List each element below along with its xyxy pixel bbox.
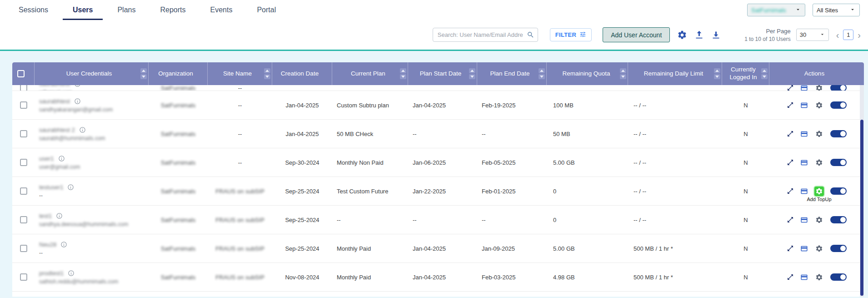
plan-card-icon[interactable] xyxy=(800,187,808,195)
plan-card-icon[interactable] xyxy=(800,245,808,253)
tab-portal[interactable]: Portal xyxy=(244,0,288,20)
settings-icon[interactable]: Add TopUp xyxy=(814,215,824,225)
settings-icon[interactable]: Add TopUp xyxy=(814,158,824,167)
settings-icon[interactable]: Add TopUp xyxy=(814,244,824,253)
settings-icon[interactable]: Add TopUp xyxy=(814,85,824,91)
sort-desc-icon[interactable] xyxy=(620,74,626,79)
expand-icon[interactable] xyxy=(787,273,794,281)
column-header-remaining-quota[interactable]: Remaining Quota xyxy=(547,62,628,85)
scrollbar-thumb[interactable] xyxy=(860,120,863,296)
row-checkbox[interactable] xyxy=(20,245,27,252)
column-header-plan-start-date[interactable]: Plan Start Date xyxy=(408,62,477,85)
column-header-current-plan[interactable]: Current Plan xyxy=(332,62,408,85)
info-icon[interactable] xyxy=(79,126,86,133)
expand-icon[interactable] xyxy=(787,159,794,166)
sort-desc-icon[interactable] xyxy=(140,74,147,79)
plan-card-icon[interactable] xyxy=(800,85,808,91)
row-checkbox[interactable] xyxy=(20,273,27,281)
status-toggle[interactable] xyxy=(830,245,847,252)
plan-card-icon[interactable] xyxy=(800,273,808,281)
sort-asc-icon[interactable] xyxy=(140,68,147,73)
sort-arrows[interactable] xyxy=(469,68,475,79)
expand-icon[interactable] xyxy=(787,101,794,109)
account-dropdown[interactable]: SatFurnimals xyxy=(747,4,805,16)
status-toggle[interactable] xyxy=(830,273,847,281)
sort-asc-icon[interactable] xyxy=(539,68,545,73)
sites-dropdown[interactable]: All Sites xyxy=(813,4,860,16)
row-checkbox[interactable] xyxy=(20,159,27,166)
sort-arrows[interactable] xyxy=(264,68,270,79)
info-icon[interactable] xyxy=(58,155,65,162)
sort-desc-icon[interactable] xyxy=(714,74,720,79)
status-toggle[interactable] xyxy=(830,130,847,137)
settings-icon[interactable]: Add TopUp xyxy=(814,273,824,282)
expand-icon[interactable] xyxy=(787,130,794,137)
sort-asc-icon[interactable] xyxy=(620,68,626,73)
expand-icon[interactable] xyxy=(787,216,794,223)
vertical-scrollbar[interactable] xyxy=(860,85,864,297)
search-input[interactable] xyxy=(433,28,538,42)
settings-icon[interactable]: Add TopUp xyxy=(814,101,824,110)
expand-icon[interactable] xyxy=(787,187,794,195)
next-page-button[interactable]: › xyxy=(858,30,861,40)
tab-users[interactable]: Users xyxy=(60,0,105,20)
info-icon[interactable] xyxy=(67,184,74,191)
row-checkbox[interactable] xyxy=(20,216,27,223)
sort-asc-icon[interactable] xyxy=(264,68,270,73)
sort-asc-icon[interactable] xyxy=(761,68,768,73)
column-header-site-name[interactable]: Site Name xyxy=(208,62,272,85)
sort-arrows[interactable] xyxy=(400,68,406,79)
sort-desc-icon[interactable] xyxy=(400,74,406,79)
column-header-user-credentials[interactable]: User Credentials xyxy=(35,62,149,85)
column-header-organization[interactable]: Organization xyxy=(149,62,208,85)
column-header-plan-end-date[interactable]: Plan End Date xyxy=(477,62,547,85)
sort-desc-icon[interactable] xyxy=(469,74,475,79)
filter-button[interactable]: FILTER xyxy=(550,28,592,41)
plan-card-icon[interactable] xyxy=(800,216,808,224)
row-checkbox[interactable] xyxy=(20,130,27,137)
status-toggle[interactable] xyxy=(830,187,847,195)
tab-sessions[interactable]: Sessions xyxy=(6,0,60,20)
prev-page-button[interactable]: ‹ xyxy=(836,30,839,40)
sort-arrows[interactable] xyxy=(714,68,720,79)
settings-icon[interactable]: Add TopUp xyxy=(814,129,824,139)
sort-arrows[interactable] xyxy=(539,68,545,79)
sort-asc-icon[interactable] xyxy=(714,68,720,73)
column-header-creation-date[interactable]: Creation Date xyxy=(272,62,332,85)
tab-reports[interactable]: Reports xyxy=(148,0,198,20)
settings-icon[interactable]: Add TopUp xyxy=(814,187,824,196)
column-header-remaining-daily-limit[interactable]: Remaining Daily Limit xyxy=(628,62,722,85)
status-toggle[interactable] xyxy=(830,85,847,91)
sort-desc-icon[interactable] xyxy=(761,74,768,79)
sort-desc-icon[interactable] xyxy=(539,74,545,79)
info-icon[interactable] xyxy=(74,85,81,87)
expand-icon[interactable] xyxy=(787,85,794,91)
expand-icon[interactable] xyxy=(787,245,794,252)
info-icon[interactable] xyxy=(74,98,81,105)
select-all-checkbox[interactable] xyxy=(17,70,25,77)
plan-card-icon[interactable] xyxy=(800,101,808,109)
sort-arrows[interactable] xyxy=(620,68,626,79)
row-checkbox[interactable] xyxy=(20,85,27,91)
tab-plans[interactable]: Plans xyxy=(105,0,148,20)
search-icon[interactable] xyxy=(527,31,534,40)
info-icon[interactable] xyxy=(60,241,67,248)
download-icon[interactable] xyxy=(711,30,721,40)
sort-desc-icon[interactable] xyxy=(264,74,270,79)
info-icon[interactable] xyxy=(56,212,63,219)
sort-asc-icon[interactable] xyxy=(469,68,475,73)
per-page-dropdown[interactable]: 30 xyxy=(796,29,829,41)
info-icon[interactable] xyxy=(68,270,75,277)
current-page-number[interactable]: 1 xyxy=(843,30,853,40)
upload-icon[interactable] xyxy=(694,30,704,40)
sort-arrows[interactable] xyxy=(761,68,768,79)
plan-card-icon[interactable] xyxy=(800,130,808,138)
sort-asc-icon[interactable] xyxy=(400,68,406,73)
status-toggle[interactable] xyxy=(830,216,847,223)
row-checkbox[interactable] xyxy=(20,101,27,109)
status-toggle[interactable] xyxy=(830,159,847,166)
row-checkbox[interactable] xyxy=(20,187,27,195)
tab-events[interactable]: Events xyxy=(198,0,244,20)
settings-gear-icon[interactable] xyxy=(677,30,687,40)
plan-card-icon[interactable] xyxy=(800,159,808,167)
